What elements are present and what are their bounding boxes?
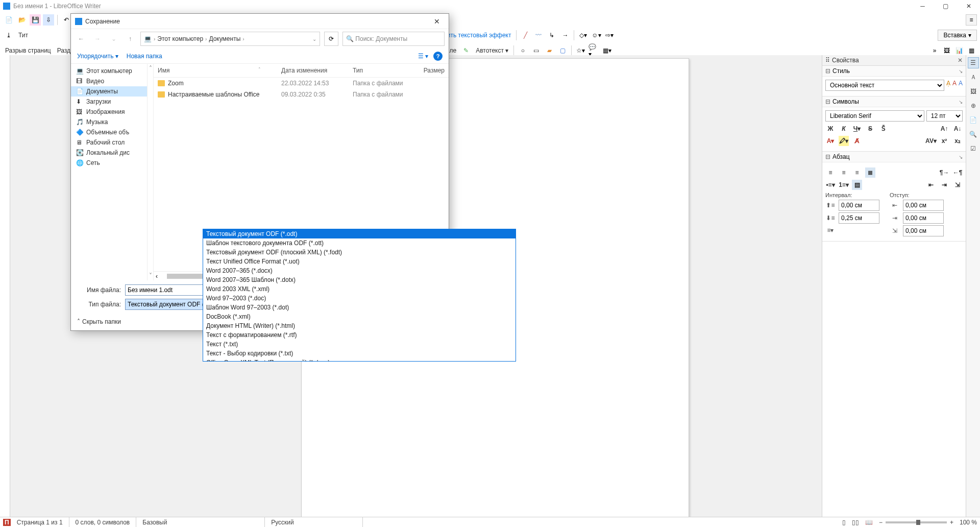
col-size[interactable]: Размер <box>414 67 445 74</box>
indent-right-icon[interactable]: ⇥ <box>890 213 900 223</box>
tree-item[interactable]: 💽Локальный дис <box>71 148 147 158</box>
rect-icon[interactable]: ▭ <box>530 45 542 56</box>
view-single-icon[interactable]: ▯ <box>842 519 846 526</box>
number-list-icon[interactable]: 1≡▾ <box>839 180 849 190</box>
ltr-icon[interactable]: ¶→ <box>939 167 949 178</box>
paragraph-more-icon[interactable]: ↘ <box>959 154 963 160</box>
section-frag[interactable]: Разд <box>55 46 72 55</box>
file-list-header[interactable]: Имя ˄ Дата изменения Тип Размер <box>154 64 449 78</box>
overline-icon[interactable]: S̄ <box>878 124 889 134</box>
filetype-option[interactable]: Текст - Выбор кодировки (*.txt) <box>203 349 516 358</box>
file-row[interactable]: Настраиваемые шаблоны Office 09.03.2022 … <box>154 89 449 100</box>
tree-item[interactable]: 🖥Рабочий стол <box>71 137 147 148</box>
close-button[interactable]: ✕ <box>957 0 980 12</box>
font-color-icon[interactable]: A▾ <box>825 136 836 146</box>
inspect-tab-icon[interactable]: 🔍 <box>968 129 979 140</box>
grow-font-icon[interactable]: A↑ <box>939 124 949 134</box>
organize-button[interactable]: Упорядочить ▾ <box>77 53 118 60</box>
indent-right-input[interactable] <box>903 212 944 224</box>
bg-color-icon[interactable]: ▤ <box>852 180 862 190</box>
filetype-option[interactable]: Шаблон текстового документа ODF (*.ott) <box>203 238 516 248</box>
tree-item[interactable]: 🌐Сеть <box>71 158 147 168</box>
manage-tab-icon[interactable]: ☑ <box>968 143 979 154</box>
indent-first-icon[interactable]: ⇲ <box>890 226 900 236</box>
help-icon[interactable]: ? <box>433 52 443 61</box>
symbols-more-icon[interactable]: ↘ <box>959 99 963 105</box>
symbol-shapes-icon[interactable]: ☺▾ <box>591 30 602 41</box>
style-section-header[interactable]: ⊟ Стиль ↘ <box>822 66 966 77</box>
tree-item[interactable]: 🖼Изображения <box>71 107 147 117</box>
spacing-icon[interactable]: AV▾ <box>926 136 936 146</box>
autotext-icon[interactable]: ✎ <box>460 45 472 56</box>
ellipse-icon[interactable]: ○ <box>517 45 528 56</box>
tree-scroll-up-icon[interactable]: ˄ <box>149 65 152 72</box>
align-left-icon[interactable]: ≡ <box>825 167 836 178</box>
filetype-option[interactable]: Word 2003 XML (*.xml) <box>203 284 516 294</box>
hide-folders-button[interactable]: ˄ Скрыть папки <box>77 318 121 325</box>
hamburger-icon[interactable]: ≡ <box>966 14 977 26</box>
breadcrumb[interactable]: 💻 › Этот компьютер › Документы › ⌄ <box>140 32 320 46</box>
filetype-option[interactable]: Word 2007–365 (*.docx) <box>203 266 516 275</box>
new-style-icon[interactable]: A <box>952 80 957 91</box>
filetype-option[interactable]: Office Open XML Text (Переходный) (*.doc… <box>203 358 516 362</box>
style-more-icon[interactable]: ↘ <box>959 68 963 74</box>
export-icon[interactable]: ⇩ <box>43 14 54 26</box>
tree-item[interactable]: ⬇Загрузки <box>71 97 147 107</box>
line-spacing-icon[interactable]: ≡▾ <box>825 225 836 235</box>
page-break-label[interactable]: Разрыв страниц <box>3 46 53 55</box>
align-center-icon[interactable]: ≡ <box>839 167 849 178</box>
nav-back-icon[interactable]: ← <box>75 33 87 45</box>
paragraph-style-select[interactable]: Основной текст <box>825 80 944 91</box>
properties-tab-icon[interactable]: ☰ <box>968 57 979 68</box>
superscript-icon[interactable]: x² <box>939 136 949 146</box>
paragraph-section-header[interactable]: ⊟ Абзац ↘ <box>822 152 966 162</box>
polygon-icon[interactable]: ▰ <box>544 45 555 56</box>
filetype-option[interactable]: Текст Unified Office Format (*.uot) <box>203 257 516 266</box>
view-book-icon[interactable]: 📖 <box>865 519 873 526</box>
callout-shapes-icon[interactable]: 💬▾ <box>588 45 599 56</box>
breadcrumb-folder[interactable]: Документы <box>209 35 240 42</box>
align-right-icon[interactable]: ≡ <box>852 167 862 178</box>
filetype-option[interactable]: DocBook (*.xml) <box>203 312 516 321</box>
indent-left-icon[interactable]: ⇤ <box>890 200 900 210</box>
hanging-icon[interactable]: ⇲ <box>952 180 963 190</box>
vertical-ruler[interactable] <box>0 55 10 517</box>
styles-tab-icon[interactable]: Ａ <box>968 71 979 83</box>
col-date[interactable]: Дата изменения <box>281 67 353 74</box>
gallery-tab-icon[interactable]: 🖼 <box>968 86 979 97</box>
nav-forward-icon[interactable]: → <box>91 33 104 45</box>
indent-left-input[interactable] <box>903 200 944 211</box>
arrow-icon[interactable]: → <box>559 30 571 41</box>
space-below-icon[interactable]: ⬇≡ <box>825 213 836 223</box>
filetype-option[interactable]: Текст с форматированием (*.rtf) <box>203 330 516 340</box>
autotext-label[interactable]: Автотекст ▾ <box>474 46 510 55</box>
filetype-option[interactable]: Текст (*.txt) <box>203 340 516 349</box>
col-name[interactable]: Имя <box>158 67 258 74</box>
minimize-button[interactable]: ─ <box>911 0 934 12</box>
zoom-level[interactable]: 100 % <box>960 519 977 526</box>
align-justify-icon[interactable]: ≣ <box>865 167 875 178</box>
language-status[interactable]: Русский <box>271 517 363 527</box>
font-name-select[interactable]: Liberation Serif <box>825 110 924 122</box>
filetype-option[interactable]: Шаблон Word 97–2003 (*.dot) <box>203 303 516 312</box>
filetype-dropdown[interactable]: Текстовый документ ODF (*.odt)Шаблон тек… <box>203 229 516 362</box>
rtl-icon[interactable]: ←¶ <box>952 167 963 178</box>
indent-inc-icon[interactable]: ⇥ <box>939 180 949 190</box>
page-tab-icon[interactable]: 📄 <box>968 114 979 126</box>
open-icon[interactable]: 📂 <box>16 14 28 26</box>
insert-chart-icon[interactable]: 📊 <box>953 45 965 56</box>
indent-first-input[interactable] <box>903 225 944 236</box>
navigator-tab-icon[interactable]: ⊕ <box>968 100 979 111</box>
view-multi-icon[interactable]: ▯▯ <box>852 519 859 526</box>
search-box[interactable]: 🔍 Поиск: Документы <box>342 32 445 46</box>
filetype-option[interactable]: Word 97–2003 (*.doc) <box>203 294 516 303</box>
word-count[interactable]: 0 слов, 0 символов <box>76 517 137 527</box>
view-mode-icon[interactable]: ☰ ▾ <box>418 53 428 60</box>
breadcrumb-dropdown-icon[interactable]: ⌄ <box>312 36 316 42</box>
page-break-icon[interactable]: ⤓ <box>3 30 14 41</box>
tree-scroll-down-icon[interactable]: ˅ <box>149 272 152 279</box>
insert-table-icon[interactable]: ▦ <box>966 45 977 56</box>
folder-tree[interactable]: 💻Этот компьютер🎞Видео📄Документы⬇Загрузки… <box>71 64 148 280</box>
filetype-option[interactable]: Текстовый документ ODF (*.odt) <box>203 229 516 238</box>
dialog-close-icon[interactable]: ✕ <box>429 14 445 29</box>
